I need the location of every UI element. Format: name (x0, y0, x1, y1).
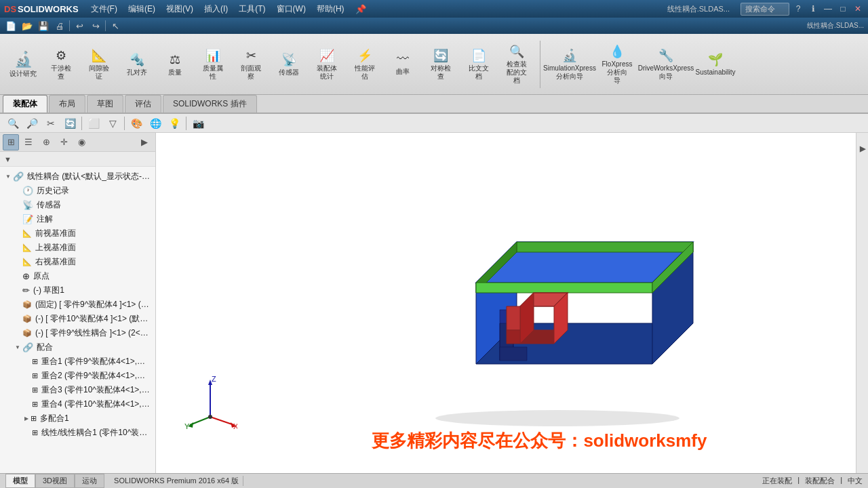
tree-coincident1[interactable]: ⊞ 重合1 (零件9^装配体4<1>,零件… (0, 354, 155, 369)
part9-asm4-icon: 📦 (22, 300, 32, 309)
maximize-button[interactable]: □ (837, 3, 849, 15)
tool-label: 比文文档 (469, 64, 489, 81)
3d-viewport[interactable]: Z X Y 更多精彩内容尽在公众号：solidworksmfy (156, 133, 856, 473)
display-style-icon[interactable]: ⬜ (86, 116, 101, 131)
tool-design-study[interactable]: 🔬 设计研究 (5, 37, 41, 92)
tree-mates[interactable]: 🔗 配合 (0, 340, 155, 354)
search-box[interactable]: 搜索命令 (741, 3, 789, 16)
origin-icon: ⊕ (22, 271, 30, 281)
sidebar-collapse-btn[interactable]: ◀ (856, 142, 869, 157)
qa-save[interactable]: 💾 (37, 19, 50, 33)
tool-driveworks[interactable]: 🔧 DriveWorksXpress向导 (641, 37, 691, 92)
tab-assembly[interactable]: 装配体 (3, 95, 47, 113)
qa-open[interactable]: 📂 (20, 19, 34, 33)
menu-bar: 文件(F) 编辑(E) 视图(V) 插入(I) 工具(T) 窗口(W) 帮助(H… (85, 2, 350, 16)
tab-evaluate[interactable]: 评估 (125, 95, 161, 113)
tree-top-plane[interactable]: 📐 上视基准面 (0, 241, 155, 255)
tree-coincident2[interactable]: ⊞ 重合2 (零件9^装配体4<1>,零件… (0, 369, 155, 383)
zoom-fit-icon[interactable]: 🔎 (24, 116, 39, 131)
tree-history[interactable]: 🕐 历史记录 (0, 184, 155, 198)
tab-sketch[interactable]: 草图 (87, 95, 123, 113)
rotate-icon[interactable]: 🔄 (62, 116, 77, 131)
tool-sensor[interactable]: 📡 传感器 (271, 37, 307, 92)
menu-window[interactable]: 窗口(W) (271, 2, 311, 16)
panel-btn-property[interactable]: ☰ (20, 134, 37, 150)
tool-mass-prop[interactable]: 📊 质量属性 (195, 37, 231, 92)
tree-part9-mate[interactable]: 📦 (-) [ 零件9^线性耦合 ]<1> (2<显示… (0, 326, 155, 340)
watermark-text: 更多精彩内容尽在公众号：solidworksmfy (372, 429, 707, 453)
coincident2-label: 重合2 (零件9^装配体4<1>,零件… (41, 370, 151, 382)
design-study-icon: 🔬 (14, 51, 33, 68)
minimize-button[interactable]: — (822, 3, 834, 15)
tree-part9-asm4[interactable]: 📦 (固定) [ 零件9^装配体4 ]<1> (默认… (0, 298, 155, 312)
right-sidebar-panel: ◀ (856, 133, 868, 473)
tool-perf[interactable]: ⚡ 性能评估 (347, 37, 382, 92)
panel-btn-featuretree[interactable]: ⊞ (3, 134, 19, 150)
qa-new[interactable]: 📄 (4, 19, 18, 33)
check-asm-icon: 🔍 (509, 44, 524, 59)
panel-btn-expand[interactable]: ▶ (136, 134, 153, 150)
window-controls: 线性耦合.SLDAS... 搜索命令 ? ℹ — □ ✕ (667, 3, 864, 16)
svg-text:Y: Y (184, 422, 190, 430)
tree-root[interactable]: 🔗 线性耦合 (默认<默认_显示状态-1>) (0, 169, 155, 184)
tree-origin[interactable]: ⊕ 原点 (0, 269, 155, 283)
tool-simxpress[interactable]: 🔬 SimulationXpress分析向导 (546, 37, 593, 92)
qa-print[interactable]: 🖨 (53, 19, 66, 33)
status-tab-model[interactable]: 模型 (5, 474, 35, 488)
tree-sensor[interactable]: 📡 传感器 (0, 198, 155, 212)
help-icon[interactable]: ℹ (807, 3, 819, 15)
qa-select[interactable]: ↖ (108, 19, 122, 33)
3d-model (395, 174, 720, 432)
panel-btn-config[interactable]: ⊕ (38, 134, 54, 150)
tree-coincident3[interactable]: ⊞ 重合3 (零件10^装配体4<1>,零… (0, 383, 155, 397)
status-tab-motion[interactable]: 运动 (75, 474, 104, 488)
tree-annotation[interactable]: 📝 注解 (0, 212, 155, 226)
status-sep2: | (840, 476, 842, 486)
status-tab-3d[interactable]: 3D视图 (35, 474, 75, 488)
menu-tools[interactable]: 工具(T) (233, 2, 271, 16)
hide-show-icon[interactable]: ▽ (105, 116, 120, 131)
tool-floxpress[interactable]: 💧 FloXpress分析向导 (596, 37, 638, 92)
tree-right-plane[interactable]: 📐 右视基准面 (0, 255, 155, 269)
edit-appear-icon[interactable]: 🎨 (129, 116, 144, 131)
close-button[interactable]: ✕ (852, 3, 864, 15)
tool-label: 质量属性 (203, 64, 223, 81)
tree-multimate1[interactable]: ⊞ 多配合1 (0, 411, 155, 426)
qa-undo[interactable]: ↩ (73, 19, 86, 33)
panel-btn-dim[interactable]: ✛ (56, 134, 72, 150)
tree-linear-mate1[interactable]: ⊞ 线性/线性耦合1 (零件10^装配… (0, 426, 155, 440)
tool-asm-stat[interactable]: 📈 装配体统计 (309, 37, 344, 92)
tool-check-asm[interactable]: 🔍 检查装配的文档 (499, 37, 534, 92)
tree-coincident4[interactable]: ⊞ 重合4 (零件10^装配体4<1>,零… (0, 397, 155, 411)
filename-display: 线性耦合.SLDAS... (667, 4, 730, 14)
tool-symmetry[interactable]: 🔄 对称检查 (423, 37, 458, 92)
menu-view[interactable]: 视图(V) (161, 2, 199, 16)
section-view-icon[interactable]: ✂ (43, 116, 58, 131)
menu-file[interactable]: 文件(F) (85, 2, 123, 16)
view-orient-icon[interactable]: 🔍 (5, 116, 20, 131)
tool-compare-doc[interactable]: 📄 比文文档 (461, 37, 496, 92)
front-plane-label: 前视基准面 (35, 228, 76, 239)
light-icon[interactable]: 💡 (167, 116, 182, 131)
tree-front-plane[interactable]: 📐 前视基准面 (0, 226, 155, 241)
tab-layout[interactable]: 布局 (49, 95, 85, 113)
screen-capture-icon[interactable]: 📷 (191, 116, 205, 131)
tool-interference[interactable]: ⚙ 干涉检查 (43, 37, 79, 92)
tool-hole-align[interactable]: 🔩 孔对齐 (119, 37, 155, 92)
panel-btn-display[interactable]: ◉ (73, 134, 90, 150)
tab-plugins[interactable]: SOLIDWORKS 插件 (163, 95, 257, 113)
menu-edit[interactable]: 编辑(E) (123, 2, 161, 16)
menu-help[interactable]: 帮助(H) (311, 2, 350, 16)
tool-curvature[interactable]: 〰 曲率 (385, 37, 420, 92)
qa-redo[interactable]: ↪ (89, 19, 102, 33)
tree-sketch1[interactable]: ✏ (-) 草图1 (0, 283, 155, 298)
tool-mass[interactable]: ⚖ 质量 (157, 37, 193, 92)
tool-clearance[interactable]: 📐 间隙验证 (81, 37, 117, 92)
mass-prop-icon: 📊 (205, 48, 220, 63)
tool-sustainability[interactable]: 🌱 Sustainability (694, 37, 737, 92)
tool-section[interactable]: ✂ 剖面观察 (233, 37, 269, 92)
menu-insert[interactable]: 插入(I) (199, 2, 233, 16)
tree-part10-asm4[interactable]: 📦 (-) [ 零件10^装配体4 ]<1> (默认… (0, 312, 155, 326)
scene-icon[interactable]: 🌐 (148, 116, 163, 131)
question-icon[interactable]: ? (792, 3, 804, 15)
